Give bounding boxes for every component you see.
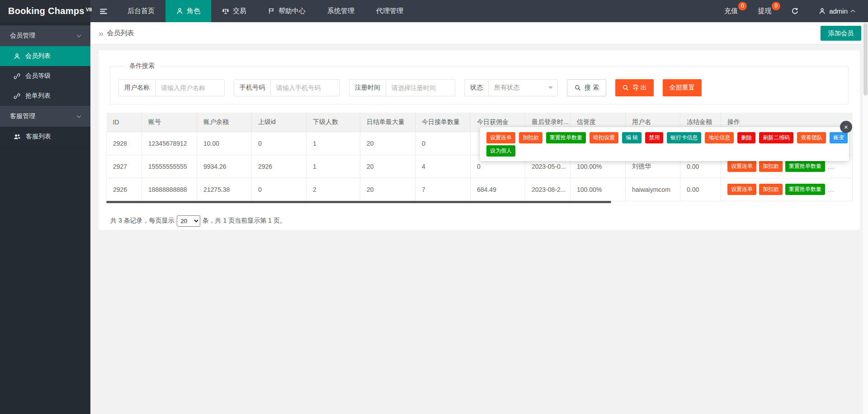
cell: 21275.38 bbox=[197, 178, 252, 201]
cell: 0 bbox=[252, 178, 307, 201]
search-button[interactable]: 搜 索 bbox=[567, 79, 606, 96]
logo: Booking Champs V8 bbox=[0, 0, 90, 22]
more-actions-button[interactable]: ... bbox=[828, 186, 835, 193]
status-value: 所有状态 bbox=[494, 84, 519, 92]
nav-item-5[interactable]: 系统管理 bbox=[316, 0, 365, 22]
cell: 20 bbox=[360, 178, 415, 201]
popup-action-button[interactable]: 银行卡信息 bbox=[667, 132, 701, 143]
top-navbar: Booking Champs V8 后台首页角色交易帮助中心系统管理代理管理 充… bbox=[0, 0, 868, 22]
nav-right: 充值 0 提现 0 admin bbox=[714, 0, 868, 22]
cell: haiwaiymcom bbox=[626, 178, 680, 201]
row-action-button[interactable]: 重置抢单数量 bbox=[785, 161, 825, 172]
user-icon bbox=[14, 53, 20, 60]
sidebar-item-label: 抢单列表 bbox=[25, 92, 51, 100]
cell: 20 bbox=[360, 132, 415, 155]
cell: 100.00% bbox=[571, 178, 626, 201]
sidebar-item-label: 会员等级 bbox=[25, 72, 51, 80]
search-field-3: 注册时间 bbox=[349, 79, 455, 96]
cell: 2928 bbox=[107, 132, 142, 155]
sidebar-item-1-1[interactable]: 会员列表 bbox=[0, 46, 90, 66]
caret-down-icon bbox=[548, 86, 553, 89]
search-legend: 条件搜索 bbox=[125, 62, 159, 70]
sidebar-item-1-2[interactable]: 会员等级 bbox=[0, 66, 90, 86]
row-action-button[interactable]: 重置抢单数量 bbox=[785, 184, 825, 195]
sidebar-group-label: 客服管理 bbox=[10, 112, 35, 120]
cell: 18888888888 bbox=[142, 178, 197, 201]
search-row: 用户名称手机号码注册时间 状态 所有状态 搜 索 bbox=[118, 79, 848, 96]
search-icon bbox=[574, 84, 581, 91]
admin-dropdown[interactable]: admin bbox=[809, 0, 862, 22]
close-icon[interactable]: × bbox=[840, 121, 852, 133]
pagination: 共 3 条记录，每页显示 20 条，共 1 页当前显示第 1 页。 bbox=[110, 215, 852, 227]
cell: 7 bbox=[415, 178, 471, 201]
cell: 4 bbox=[415, 155, 471, 178]
nav-item-2[interactable]: 角色 bbox=[165, 0, 211, 22]
status-select[interactable]: 所有状态 bbox=[489, 80, 557, 96]
nav-item-4[interactable]: 帮助中心 bbox=[257, 0, 316, 22]
logo-text: Booking Champs bbox=[8, 6, 85, 16]
row-action-button[interactable]: 加扣款 bbox=[759, 161, 783, 172]
popup-action-button[interactable]: 刷新二维码 bbox=[759, 132, 793, 143]
table-horizontal-scrollbar[interactable] bbox=[106, 201, 611, 203]
popup-action-button[interactable]: 设为假人 bbox=[486, 145, 515, 157]
cell: 12345678912 bbox=[142, 132, 197, 155]
sidebar-group-1[interactable]: 会员管理 bbox=[0, 25, 90, 46]
chain-icon bbox=[14, 93, 20, 100]
nav-item-label: 后台首页 bbox=[127, 7, 155, 15]
breadcrumb-chevrons-icon: » bbox=[99, 29, 104, 38]
popup-action-button[interactable]: 暗扣设置 bbox=[590, 132, 618, 143]
search-field-input[interactable] bbox=[386, 80, 455, 96]
user-icon bbox=[176, 8, 183, 14]
more-actions-button[interactable]: ... bbox=[828, 163, 835, 170]
chevron-up-icon bbox=[851, 10, 855, 14]
popup-action-button[interactable]: 账变 bbox=[830, 132, 848, 143]
search-field-input[interactable] bbox=[271, 80, 340, 96]
row-action-button[interactable]: 设置连单 bbox=[727, 161, 756, 172]
chevron-down-icon bbox=[77, 114, 81, 118]
row-action-button[interactable]: 加扣款 bbox=[759, 184, 783, 195]
cell: 2 bbox=[307, 178, 360, 201]
search-field-label: 注册时间 bbox=[349, 80, 386, 96]
search-icon bbox=[622, 84, 629, 91]
recharge-button[interactable]: 充值 0 bbox=[714, 0, 748, 22]
popup-action-button[interactable]: 设置连单 bbox=[486, 132, 515, 143]
export-button[interactable]: 导 出 bbox=[615, 79, 654, 96]
sidebar-item-1-3[interactable]: 抢单列表 bbox=[0, 86, 90, 106]
per-page-select[interactable]: 20 bbox=[177, 215, 200, 227]
search-field-label: 用户名称 bbox=[119, 80, 156, 96]
nav-item-label: 帮助中心 bbox=[278, 7, 306, 15]
main-area: » 会员列表 添加会员 条件搜索 用户名称手机号码注册时间 状态 所有状态 bbox=[90, 22, 868, 414]
nav-item-3[interactable]: 交易 bbox=[211, 0, 257, 22]
popup-action-button[interactable]: 删除 bbox=[737, 132, 755, 143]
add-member-button[interactable]: 添加会员 bbox=[821, 26, 861, 41]
withdraw-badge: 0 bbox=[772, 2, 780, 10]
popup-action-button[interactable]: 编 辑 bbox=[622, 132, 642, 143]
reset-all-button[interactable]: 全部重置 bbox=[663, 79, 702, 96]
column-header: 账号 bbox=[142, 113, 197, 132]
popup-action-button[interactable]: 加扣款 bbox=[519, 132, 542, 143]
search-field-input[interactable] bbox=[156, 80, 224, 96]
row-action-button[interactable]: 设置连单 bbox=[727, 184, 756, 195]
popup-action-button[interactable]: 地址信息 bbox=[705, 132, 734, 143]
popup-action-button[interactable]: 查看团队 bbox=[797, 132, 826, 143]
popup-button-row: 设为假人 bbox=[486, 145, 845, 157]
nav-item-6[interactable]: 代理管理 bbox=[365, 0, 414, 22]
page-scrollbar-thumb[interactable] bbox=[863, 23, 868, 95]
sidebar-item-2-1[interactable]: 客服列表 bbox=[0, 127, 90, 147]
nav-item-1[interactable]: 后台首页 bbox=[117, 0, 165, 22]
refresh-button[interactable] bbox=[781, 0, 809, 22]
cell: 10.00 bbox=[197, 132, 252, 155]
hamburger-icon bbox=[99, 7, 108, 15]
chain-icon bbox=[14, 73, 20, 80]
recharge-label: 充值 bbox=[724, 7, 738, 15]
popup-action-button[interactable]: 重置抢单数量 bbox=[546, 132, 586, 143]
popup-action-button[interactable]: 禁用 bbox=[645, 132, 663, 143]
hamburger-menu-icon[interactable] bbox=[90, 0, 117, 22]
cell: 1 bbox=[307, 155, 360, 178]
breadcrumb-bar: » 会员列表 添加会员 bbox=[90, 22, 868, 44]
sidebar-group-2[interactable]: 客服管理 bbox=[0, 106, 90, 127]
withdraw-button[interactable]: 提现 0 bbox=[748, 0, 781, 22]
reset-button-label: 全部重置 bbox=[670, 84, 695, 92]
page-scrollbar[interactable] bbox=[862, 22, 868, 414]
column-header: ID bbox=[107, 113, 142, 132]
